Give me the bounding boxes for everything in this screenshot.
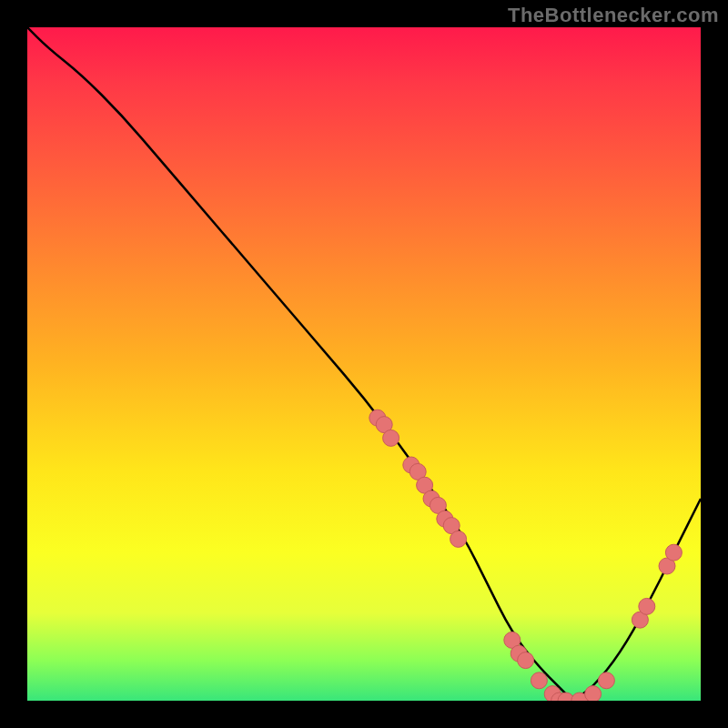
chart-frame: TheBottlenecker.com [0,0,728,728]
scatter-dots [369,410,682,701]
watermark-text: TheBottlenecker.com [508,4,719,27]
data-point [531,672,547,689]
data-point [585,686,602,701]
chart-overlay [27,27,701,701]
data-point [639,598,655,614]
data-point [518,652,534,669]
data-point [383,430,399,446]
data-point [665,544,682,561]
bottleneck-curve [27,27,701,697]
data-point [450,531,467,547]
data-point [598,672,614,689]
